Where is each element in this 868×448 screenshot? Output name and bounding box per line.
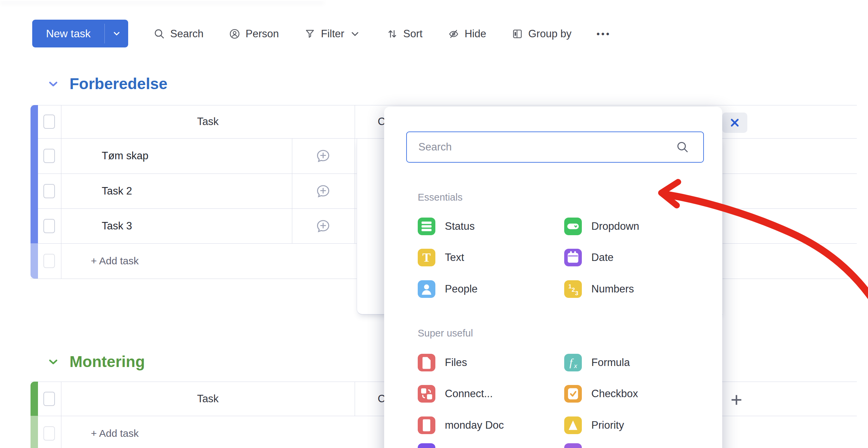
column-type-item[interactable]: Connect... [445,386,493,401]
select-all-checkbox[interactable] [43,115,55,129]
toolbar-item-label: Filter [321,28,344,40]
column-type-item[interactable]: Status [445,219,475,234]
group-title-montering[interactable]: Montering [70,352,145,371]
column-type-item[interactable]: Numbers [591,282,634,297]
group-color-bar [31,382,38,448]
grid-line [355,138,355,243]
column-header-task[interactable]: Task [61,382,355,416]
group-color-bar-add [31,243,38,279]
section-title: Super useful [418,328,473,339]
svg-text:T: T [422,250,431,264]
chevron-down-icon[interactable] [349,28,361,40]
toolbar-item-groupby[interactable]: Group by [511,28,572,40]
text-column-icon[interactable]: T [418,249,435,266]
hide-icon [448,28,460,40]
toolbar-item-search[interactable]: Search [153,28,203,40]
toolbar-item-sort[interactable]: Sort [386,28,422,40]
files-column-icon[interactable] [418,354,435,371]
formula-column-icon[interactable]: fx [564,354,582,371]
add-update-bubble-icon[interactable] [315,218,331,234]
toolbar-item-label: ••• [597,29,611,39]
column-search-input[interactable] [406,131,704,163]
grid-line [292,138,292,243]
row-checkbox[interactable] [43,184,55,198]
groupby-icon [511,28,524,40]
task-name[interactable]: Task 3 [102,208,132,243]
add-task-button[interactable]: + Add task [91,243,139,279]
section-title: Essentials [418,192,462,203]
column-type-picker-popup: EssentialsStatusDropdownTTextDatePeople1… [384,107,722,448]
toolbar-item-label: Sort [403,28,422,40]
close-icon [729,117,741,129]
close-button[interactable] [722,113,747,133]
group-color-bar-top [31,382,38,416]
date-column-icon[interactable] [564,249,582,266]
group-collapse-chevron-icon[interactable] [47,78,59,90]
group-collapse-chevron-icon[interactable] [47,356,59,368]
column-type-item[interactable]: Dropdown [591,219,639,234]
column-type-item[interactable]: Checkbox [591,386,638,401]
column-type-item[interactable]: People [445,282,478,297]
column-type-item[interactable]: Priority [591,418,624,433]
toolbar: SearchPersonFilterSortHideGroup by••• [153,20,611,47]
column-icon-partial [418,443,435,448]
person-icon [229,28,241,40]
sort-icon [386,28,398,40]
search-icon [676,140,689,154]
new-task-label: New task [32,27,104,40]
column-type-item[interactable]: Formula [591,355,630,370]
select-all-checkbox[interactable] [43,392,55,406]
column-type-item[interactable]: Date [591,250,613,265]
dropdown-column-icon[interactable] [564,218,582,235]
toolbar-item-person[interactable]: Person [229,28,279,40]
group-title-forberedelse[interactable]: Forberedelse [70,75,167,93]
add-task-button[interactable]: + Add task [91,416,139,448]
priority-column-icon[interactable] [564,416,582,434]
grid-line [355,105,355,138]
toolbar-item-more[interactable]: ••• [597,29,611,39]
numbers-column-icon[interactable]: 123 [564,280,582,298]
grid-line [355,382,355,416]
chevron-down-icon[interactable] [105,28,128,39]
svg-text:1: 1 [568,283,572,290]
task-name[interactable]: Task 2 [102,174,132,208]
column-icon-partial [564,443,582,448]
row-checkbox[interactable] [43,254,55,268]
filter-icon [304,28,316,40]
group-color-bar-top [31,105,38,243]
toolbar-item-label: Person [245,28,279,40]
svg-text:3: 3 [575,290,578,297]
svg-text:f: f [570,356,574,368]
doc-column-icon[interactable] [418,416,435,434]
column-header-task[interactable]: Task [61,105,355,138]
toolbar-item-label: Group by [528,28,572,40]
task-name[interactable]: Tøm skap [102,138,149,174]
svg-text:x: x [574,362,577,369]
svg-text:2: 2 [572,286,575,293]
search-icon [153,28,165,40]
toolbar-item-label: Hide [465,28,486,40]
connect-column-icon[interactable] [418,385,435,403]
toolbar-item-label: Search [170,28,203,40]
row-checkbox[interactable] [43,426,55,441]
column-type-item[interactable]: Files [445,355,467,370]
row-checkbox[interactable] [43,149,55,163]
checkbox-column-icon[interactable] [564,385,582,403]
column-type-item[interactable]: Text [445,250,464,265]
add-update-bubble-icon[interactable] [315,183,331,199]
column-type-item[interactable]: monday Doc [445,418,504,433]
status-column-icon[interactable] [418,218,435,235]
toolbar-item-hide[interactable]: Hide [448,28,486,40]
table-shadow [0,0,324,1]
group-color-bar [31,105,38,279]
row-checkbox[interactable] [43,219,55,233]
task-board-app: New task SearchPersonFilterSortHideGroup… [0,0,868,448]
people-column-icon[interactable] [418,280,435,298]
toolbar-item-filter[interactable]: Filter [304,28,361,40]
plus-icon [729,392,744,408]
add-update-bubble-icon[interactable] [315,148,331,164]
add-column-button[interactable] [729,392,744,408]
new-task-button[interactable]: New task [32,20,128,47]
group-color-bar-add [31,416,38,448]
